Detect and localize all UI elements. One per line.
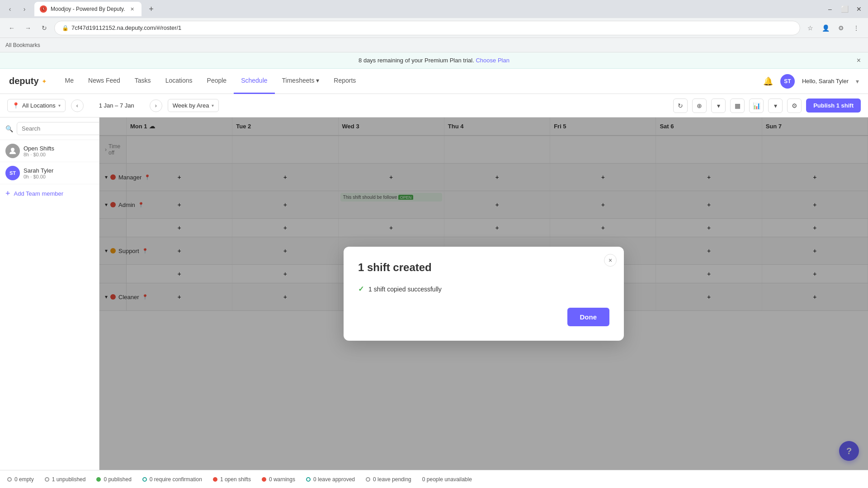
search-input[interactable] [17,122,99,135]
chart-chevron-icon[interactable]: ▾ [768,99,783,113]
unpublished-label: 1 unpublished [52,476,86,483]
modal-success-message: 1 shift copied successfully [368,286,442,293]
nav-right: 🔔 ST Hello, Sarah Tyler ▾ [763,74,859,89]
status-confirmation: 0 require confirmation [142,476,202,483]
unavailable-label: 0 people unavailable [422,476,472,483]
sidebar: 🔍 ≡ ▾ Open Shifts 8h · $0.00 ST [0,117,99,470]
modal-title: 1 shift created [358,261,609,274]
add-team-member-btn[interactable]: + Add Team member [0,184,99,203]
schedule-main: 🔍 ≡ ▾ Open Shifts 8h · $0.00 ST [0,117,868,470]
chart-btn[interactable]: 📊 [749,99,764,113]
address-bar[interactable]: 🔒 7cf47d19112152.na.deputy.com/#/roster/… [54,21,800,35]
prev-week-btn[interactable]: ‹ [71,99,84,112]
done-btn[interactable]: Done [567,308,610,326]
bookmark-btn[interactable]: ☆ [804,22,816,34]
view-toggle-btn[interactable]: ▦ [730,99,745,113]
browser-tab[interactable]: Moodjoy - Powered By Deputy. ✕ [34,2,142,16]
location-chevron-icon: ▾ [58,103,61,108]
open-shifts-info: Open Shifts 8h · $0.00 [24,145,94,157]
nav-me[interactable]: Me [58,69,81,94]
open-shifts-name: Open Shifts [24,145,94,152]
nav-schedule[interactable]: Schedule [234,69,274,94]
status-bar: 0 empty 1 unpublished 0 published 0 requ… [0,470,868,488]
forward-btn[interactable]: → [22,22,34,34]
warnings-label: 0 warnings [269,476,295,483]
user-dropdown-icon[interactable]: ▾ [856,78,859,85]
status-leave-approved: 0 leave approved [306,476,355,483]
open-shifts-avatar [5,144,20,158]
confirmation-label: 0 require confirmation [150,476,202,483]
tab-title: Moodjoy - Powered By Deputy. [51,6,125,12]
search-icon: 🔍 [5,125,13,132]
bookmarks-label: All Bookmarks [5,42,40,48]
status-empty: 0 empty [7,476,34,483]
nav-news-feed[interactable]: News Feed [81,69,127,94]
tab-back-forward[interactable]: ‹ › [4,3,31,15]
published-label: 0 published [104,476,131,483]
sarah-tyler-hours: 0h · $0.00 [24,174,94,179]
publish-btn[interactable]: Publish 1 shift [806,99,861,113]
user-avatar: ST [780,74,795,89]
nav-reports[interactable]: Reports [326,69,363,94]
dropdown-btn[interactable]: ▾ [711,99,726,113]
new-tab-btn[interactable]: + [145,3,158,15]
tab-close-btn[interactable]: ✕ [129,5,136,13]
notification-bell-icon[interactable]: 🔔 [763,76,773,86]
browser-back-btn[interactable]: ‹ [4,3,16,15]
sarah-tyler-info: Sarah Tyler 0h · $0.00 [24,167,94,179]
url-text: 7cf47d19112152.na.deputy.com/#/roster/1 [71,24,181,31]
maximize-btn[interactable]: ⬜ [839,4,850,14]
trial-close-btn[interactable]: × [857,56,861,65]
status-leave-pending: 0 leave pending [366,476,411,483]
leave-pending-label: 0 leave pending [373,476,411,483]
modal-success-row: ✓ 1 shift copied successfully [358,285,609,293]
extensions-btn[interactable]: ⚙ [835,22,847,34]
nav-timesheets[interactable]: Timesheets ▾ [275,69,327,94]
nav-tasks[interactable]: Tasks [127,69,158,94]
schedule-actions: ↻ ⊕ ▾ ▦ 📊 ▾ ⚙ Publish 1 shift [673,99,861,113]
nav-people[interactable]: People [200,69,234,94]
open-shifts-hours: 8h · $0.00 [24,152,94,157]
status-unpublished: 1 unpublished [45,476,86,483]
svg-point-1 [11,148,14,151]
profile-btn[interactable]: 👤 [819,22,832,34]
nav-locations[interactable]: Locations [158,69,200,94]
check-icon: ✓ [358,285,364,293]
date-range: 1 Jan – 7 Jan [87,102,146,109]
view-chevron-icon: ▾ [212,103,214,108]
add-shifts-btn[interactable]: ⊕ [692,99,707,113]
modal-close-btn[interactable]: × [604,254,617,267]
more-btn[interactable]: ⋮ [850,22,863,34]
location-label: All Locations [22,102,56,109]
app-nav: deputy ✦ Me News Feed Tasks Locations Pe… [0,69,868,94]
user-greeting: Hello, Sarah Tyler [802,78,849,84]
view-select[interactable]: Week by Area ▾ [168,99,219,112]
back-btn[interactable]: ← [5,22,18,34]
lock-icon: 🔒 [62,25,69,31]
open-shifts-dot [213,477,217,482]
logo-star-icon: ✦ [42,78,47,85]
settings-btn[interactable]: ⚙ [787,99,802,113]
logo: deputy ✦ [9,76,47,86]
status-published: 0 published [96,476,131,483]
reload-btn[interactable]: ↻ [38,22,51,34]
published-dot [96,477,101,482]
location-pin-icon: 📍 [12,102,19,109]
location-select[interactable]: 📍 All Locations ▾ [7,99,66,112]
confirmation-dot [142,477,147,482]
choose-plan-link[interactable]: Choose Plan [476,57,509,64]
view-label: Week by Area [173,102,209,109]
status-warnings: 0 warnings [262,476,295,483]
unpublished-dot [45,477,49,482]
next-week-btn[interactable]: › [150,99,162,112]
minimize-btn[interactable]: – [825,4,835,14]
close-window-btn[interactable]: ✕ [854,4,864,14]
leave-approved-label: 0 leave approved [313,476,355,483]
add-member-label: Add Team member [14,190,64,197]
refresh-btn[interactable]: ↻ [673,99,688,113]
browser-forward-btn[interactable]: › [18,3,31,15]
trial-banner: 8 days remaining of your Premium Plan tr… [0,52,868,69]
leave-pending-dot [366,477,370,482]
empty-label: 0 empty [14,476,34,483]
date-navigation: ‹ 1 Jan – 7 Jan › [71,99,162,112]
